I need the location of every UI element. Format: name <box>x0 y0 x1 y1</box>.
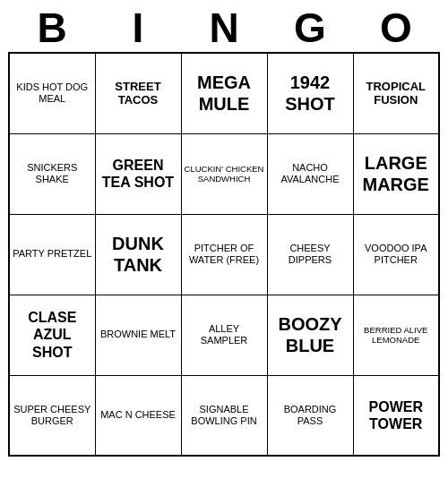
grid-cell-3-0: CLASE AZUL SHOT <box>9 295 95 375</box>
grid-cell-2-4: VOODOO IPA PITCHER <box>353 214 439 295</box>
grid-cell-1-2: CLUCKIN' CHICKEN SANDWHICH <box>181 133 267 214</box>
grid-cell-1-0: SNICKERS SHAKE <box>9 133 95 214</box>
bingo-letter-b: B <box>9 7 95 48</box>
grid-cell-3-3: BOOZY BLUE <box>267 295 353 375</box>
grid-cell-1-4: LARGE MARGE <box>353 133 439 214</box>
grid-cell-0-0: KIDS HOT DOG MEAL <box>9 53 95 133</box>
grid-cell-4-3: BOARDING PASS <box>267 375 353 456</box>
bingo-letter-i: I <box>95 7 181 48</box>
grid-cell-1-1: GREEN TEA SHOT <box>95 133 181 214</box>
grid-cell-2-0: PARTY PRETZEL <box>9 214 95 295</box>
bingo-letter-o: O <box>353 7 439 48</box>
grid-row-0: KIDS HOT DOG MEALSTREET TACOSMEGA MULE19… <box>9 53 439 133</box>
bingo-letter-g: G <box>267 7 353 48</box>
bingo-header: BINGO <box>9 7 439 48</box>
grid-cell-2-1: DUNK TANK <box>95 214 181 295</box>
grid-cell-2-3: CHEESY DIPPERS <box>267 214 353 295</box>
grid-row-2: PARTY PRETZELDUNK TANKPITCHER OF WATER (… <box>9 214 439 295</box>
bingo-letter-n: N <box>181 7 267 48</box>
grid-cell-0-2: MEGA MULE <box>181 53 267 133</box>
grid-row-4: SUPER CHEESY BURGERMAC N CHEESESIGNABLE … <box>9 375 439 456</box>
grid-cell-4-0: SUPER CHEESY BURGER <box>9 375 95 456</box>
grid-cell-1-3: NACHO AVALANCHE <box>267 133 353 214</box>
grid-cell-0-3: 1942 SHOT <box>267 53 353 133</box>
grid-cell-4-4: POWER TOWER <box>353 375 439 456</box>
grid-cell-3-4: BERRIED ALIVE LEMONADE <box>353 295 439 375</box>
grid-cell-2-2: PITCHER OF WATER (FREE) <box>181 214 267 295</box>
grid-row-3: CLASE AZUL SHOTBROWNIE MELTALLEY SAMPLER… <box>9 295 439 375</box>
grid-cell-4-2: SIGNABLE BOWLING PIN <box>181 375 267 456</box>
bingo-grid: KIDS HOT DOG MEALSTREET TACOSMEGA MULE19… <box>8 52 440 457</box>
grid-cell-0-4: TROPICAL FUSION <box>353 53 439 133</box>
grid-cell-4-1: MAC N CHEESE <box>95 375 181 456</box>
grid-row-1: SNICKERS SHAKEGREEN TEA SHOTCLUCKIN' CHI… <box>9 133 439 214</box>
grid-cell-3-1: BROWNIE MELT <box>95 295 181 375</box>
grid-cell-3-2: ALLEY SAMPLER <box>181 295 267 375</box>
grid-cell-0-1: STREET TACOS <box>95 53 181 133</box>
